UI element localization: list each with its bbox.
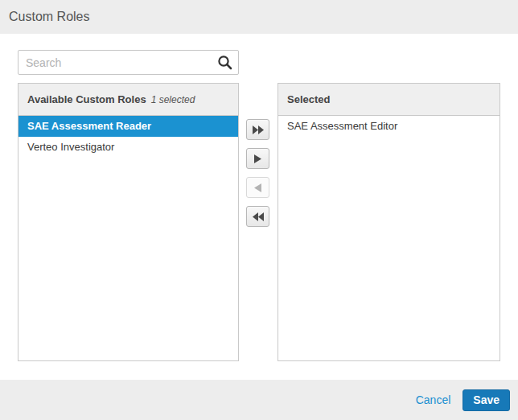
transfer-button-column [246,119,269,235]
custom-roles-dialog: Custom Roles Available Custom Roles 1 se… [0,0,518,420]
selected-roles-title: Selected [287,93,330,105]
dialog-title: Custom Roles [9,10,89,24]
dialog-titlebar: Custom Roles [0,0,518,34]
dialog-footer: Cancel Save [0,380,518,420]
search-input[interactable] [18,50,239,75]
selected-role-item[interactable]: SAE Assessment Editor [278,116,500,137]
search-box [18,50,239,75]
available-role-item[interactable]: SAE Assessment Reader [18,116,238,137]
double-arrow-left-icon [253,212,264,221]
move-all-left-button[interactable] [246,206,269,227]
double-arrow-right-icon [253,126,264,134]
move-right-button[interactable] [246,148,269,169]
available-role-item[interactable]: Verteo Investigator [18,137,238,158]
available-roles-panel: Available Custom Roles 1 selected SAE As… [18,83,239,361]
selected-roles-panel: Selected SAE Assessment Editor [278,83,500,361]
cancel-button[interactable]: Cancel [416,393,451,406]
move-all-right-button[interactable] [246,119,269,140]
selected-roles-header: Selected [278,84,500,116]
arrow-left-icon [254,183,261,192]
available-roles-title: Available Custom Roles [27,93,146,105]
available-roles-header: Available Custom Roles 1 selected [18,84,238,116]
save-button[interactable]: Save [462,389,510,411]
selection-count-label: 1 selected [151,94,195,105]
arrow-right-icon [254,154,261,163]
move-left-button[interactable] [246,177,269,198]
